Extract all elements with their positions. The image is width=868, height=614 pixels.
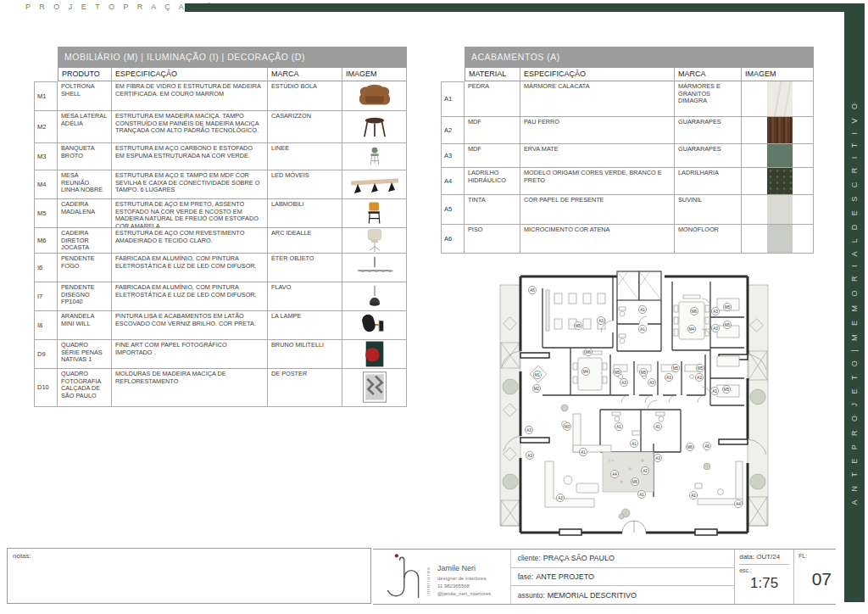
cell-especificacao: MODELO ORIGAMI CORES VERDE, BRANCO E PRE… <box>520 168 675 195</box>
photo-frame-icon <box>363 371 387 403</box>
row-id: M5 <box>34 199 58 228</box>
svg-text:M5: M5 <box>698 366 704 371</box>
stool-icon <box>362 144 387 168</box>
cell-marca: GUARARAPES <box>675 144 742 168</box>
title-block: interiores Jamile Neri designer de inter… <box>373 549 836 605</box>
svg-text:A1: A1 <box>640 327 645 332</box>
cell-especificacao: COR PAPEL DE PRESENTE <box>520 195 675 225</box>
armchair-icon <box>358 83 392 108</box>
cell-marca: CASARIZZON <box>268 111 342 143</box>
column-header: MARCA <box>268 67 342 81</box>
svg-text:M6: M6 <box>692 310 698 314</box>
svg-text:A1: A1 <box>581 450 586 455</box>
column-header: MATERIAL <box>465 67 520 81</box>
row-id: I6 <box>34 254 58 282</box>
table-row: I8 ARANDELA MINI WILL PINTURA LISA E ACA… <box>34 311 407 340</box>
svg-text:A1: A1 <box>640 308 645 312</box>
cell-especificacao: MOLDURAS DE MADEIRA MACIÇA DE REFLORESTA… <box>112 369 268 407</box>
table-row: I7 PENDENTE DISEGNO FP1040 FABRICADA EM … <box>34 282 407 311</box>
product-image-m2 <box>342 111 407 143</box>
meeting-table-icon <box>347 173 403 195</box>
svg-text:M5: M5 <box>673 366 679 371</box>
cell-especificacao: FABRICADA EM ALUMÍNIO, COM PINTURA ELETR… <box>112 254 268 282</box>
sidebar-vertical-label: A N T E P R O J E T O | M E M O R I A L … <box>850 100 859 505</box>
date-value: OUT/24 <box>756 553 780 561</box>
project-info-section: cliente: PRAÇA SÃO PAULO fase: ANTE PROJ… <box>510 550 735 604</box>
svg-text:A3: A3 <box>598 319 604 323</box>
table-row: A3 MDF ERVA MATE GUARARAPES <box>441 144 814 168</box>
table-row: I6 PENDENTE FOGO FABRICADA EM ALUMÍNIO, … <box>34 254 407 282</box>
product-image-i7 <box>342 282 407 311</box>
designer-instagram: @jamile_neri_interiores <box>437 590 491 598</box>
cell-especificacao: ESTRUTURA EM MADEIRA MACIÇA. TAMPO CONST… <box>112 111 268 143</box>
designer-role: designer de interiores <box>437 575 491 583</box>
svg-text:A3: A3 <box>713 327 718 331</box>
floor-plan-drawing: A5 M5 A3 A1 A1 M6 M4 A3 M5 A3 M5 M6 M4 M… <box>498 270 770 539</box>
svg-text:A3: A3 <box>558 496 563 500</box>
product-image-m4 <box>342 170 407 199</box>
row-id: A5 <box>441 195 465 225</box>
svg-text:A3: A3 <box>712 389 717 394</box>
finish-swatch-a4 <box>742 168 814 195</box>
furniture-table: MOBILIÁRIO (M) | ILUMINAÇÃO (I) | DECORA… <box>34 47 407 407</box>
logo-studio-label: interiores <box>426 567 431 596</box>
svg-text:A5: A5 <box>530 288 535 293</box>
table-row: A4 LADRILHO HIDRÁULICO MODELO ORIGAMI CO… <box>441 168 814 195</box>
cell-especificacao: FINE ART COM PAPEL FOTOGRÁFICO IMPORTADO… <box>112 340 268 369</box>
notes-label: notas: <box>13 552 31 560</box>
row-id: M1 <box>34 81 58 111</box>
notes-box: notas: <box>7 548 371 604</box>
product-image-m3 <box>342 143 407 170</box>
table-row: M4 MESA REUNIÃO LINHA NOBRE ESTRUTURA EM… <box>34 170 407 199</box>
designer-contact: Jamile Neri designer de interiores 11 98… <box>437 563 491 598</box>
svg-text:M4: M4 <box>689 327 695 332</box>
svg-text:A3: A3 <box>697 376 702 380</box>
finish-swatch-a2 <box>742 117 814 144</box>
svg-text:M5: M5 <box>641 371 647 375</box>
svg-text:A2: A2 <box>691 494 696 498</box>
scale-value: 1:75 <box>739 575 789 592</box>
logo-monogram <box>376 550 429 605</box>
column-header: IMAGEM <box>342 67 407 81</box>
svg-text:M5: M5 <box>725 323 731 327</box>
cell-material: TINTA <box>465 195 520 225</box>
cell-marca: BRUNO MILITELLI <box>268 340 342 369</box>
row-id: D9 <box>34 340 58 369</box>
product-image-i6 <box>342 254 407 282</box>
svg-text:A3: A3 <box>526 428 531 433</box>
date-scale-section: data: OUT/24 esc.: 1:75 <box>734 550 793 604</box>
svg-text:M5: M5 <box>576 324 581 328</box>
row-id: A4 <box>441 168 465 195</box>
finish-swatch-a5 <box>742 195 814 225</box>
cell-especificacao: ERVA MATE <box>520 144 675 168</box>
table-row: D10 QUADRO FOTOGRAFIA CALÇADA DE SÃO PAU… <box>34 369 407 407</box>
plant-icons <box>503 379 765 519</box>
cell-produto: POLTRONA SHELL <box>58 81 112 111</box>
row-id: A6 <box>441 225 465 254</box>
cell-marca: DE POSTER <box>268 369 342 407</box>
cell-produto: CADEIRA DIRETOR JOCASTA <box>58 228 112 254</box>
svg-text:A3: A3 <box>527 454 532 458</box>
cell-especificacao: ESTRUTURA DE AÇO COM REVESTIMENTO AMADEI… <box>112 228 268 254</box>
cell-marca: MONOFLOOR <box>675 225 742 254</box>
cell-material: LADRILHO HIDRÁULICO <box>465 168 520 195</box>
cell-marca: MÁRMORES E GRANITOS DIMAGRA <box>675 81 742 117</box>
svg-text:A1: A1 <box>632 442 637 446</box>
finish-swatch-a1 <box>742 81 814 117</box>
subject-label: assunto: <box>518 591 545 600</box>
phase-label: fase: <box>518 572 533 581</box>
row-id: A2 <box>441 117 465 144</box>
furniture-table-title: MOBILIÁRIO (M) | ILUMINAÇÃO (I) | DECORA… <box>58 47 407 67</box>
tile-swatch <box>767 168 793 194</box>
table-row: D9 QUADRO SÉRIE PENAS NATIVAS 1 FINE ART… <box>34 340 407 369</box>
cell-material: MDF <box>465 144 520 168</box>
cell-marca: ARC IDEALLE <box>268 228 342 254</box>
phase-value: ANTE PROJETO <box>536 572 594 581</box>
svg-text:A1: A1 <box>639 493 644 497</box>
svg-text:A6: A6 <box>704 444 709 449</box>
microcement-swatch <box>767 225 793 253</box>
cell-produto: PENDENTE DISEGNO FP1040 <box>58 282 112 311</box>
client-value: PRAÇA SÃO PAULO <box>543 554 615 562</box>
scale-label: esc.: <box>739 567 789 573</box>
wall-sconce-icon <box>360 312 389 338</box>
